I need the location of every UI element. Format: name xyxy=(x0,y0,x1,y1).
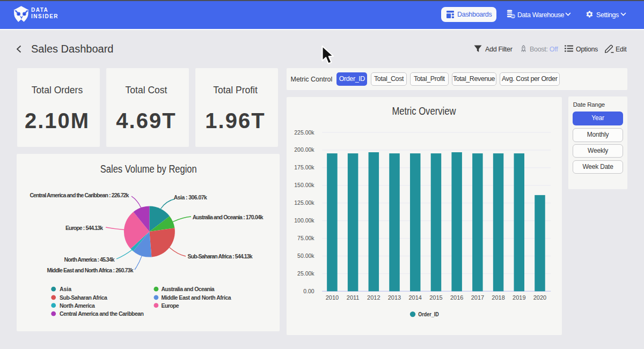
svg-text:75.00k: 75.00k xyxy=(297,235,314,241)
svg-text:225.00k: 225.00k xyxy=(295,129,315,136)
svg-text:Sales Volume by Region: Sales Volume by Region xyxy=(100,163,197,175)
svg-text:175.00k: 175.00k xyxy=(295,164,315,170)
svg-text:2016: 2016 xyxy=(450,294,463,301)
svg-text:2019: 2019 xyxy=(513,294,525,301)
svg-text:North America : 45.34k: North America : 45.34k xyxy=(64,257,115,263)
svg-text:25.00k: 25.00k xyxy=(297,270,314,277)
svg-text:Middle East and North Africa: Middle East and North Africa xyxy=(162,294,231,301)
svg-text:100.00k: 100.00k xyxy=(295,217,315,224)
svg-text:Central America and the Caribb: Central America and the Caribbean xyxy=(60,310,144,317)
svg-text:Australia and Oceania: Australia and Oceania xyxy=(162,286,215,292)
svg-text:2011: 2011 xyxy=(347,294,360,301)
svg-text:2012: 2012 xyxy=(367,294,380,301)
svg-text:2014: 2014 xyxy=(409,294,422,301)
svg-text:Sub-Saharan Africa : 544.13k: Sub-Saharan Africa : 544.13k xyxy=(188,254,253,260)
svg-text:Asia: Asia xyxy=(60,286,71,292)
svg-text:2017: 2017 xyxy=(471,294,484,301)
svg-text:2013: 2013 xyxy=(388,294,401,301)
svg-text:150.00k: 150.00k xyxy=(295,182,315,188)
svg-text:Asia : 306.07k: Asia : 306.07k xyxy=(174,194,207,201)
svg-text:Order_ID: Order_ID xyxy=(418,311,439,317)
svg-text:200.00k: 200.00k xyxy=(295,146,315,153)
svg-text:Sub-Saharan Africa: Sub-Saharan Africa xyxy=(60,294,107,301)
svg-text:Metric Overview: Metric Overview xyxy=(392,105,456,117)
svg-text:Middle East and North Africa :: Middle East and North Africa : 260.73k xyxy=(47,267,134,273)
svg-text:Australia and Oceania : 170.04: Australia and Oceania : 170.04k xyxy=(193,214,264,220)
svg-text:50.00k: 50.00k xyxy=(297,253,314,259)
svg-text:Europe : 544.13k: Europe : 544.13k xyxy=(65,225,103,231)
svg-text:125.00k: 125.00k xyxy=(295,199,315,206)
svg-text:Central America and the Caribb: Central America and the Caribbean : 226.… xyxy=(30,192,129,198)
svg-text:Europe: Europe xyxy=(162,302,179,309)
svg-text:2010: 2010 xyxy=(326,294,339,301)
svg-text:North America: North America xyxy=(60,302,95,309)
svg-text:0.00: 0.00 xyxy=(303,288,314,294)
svg-text:2020: 2020 xyxy=(533,294,546,301)
svg-text:2015: 2015 xyxy=(430,294,443,301)
svg-text:2018: 2018 xyxy=(492,294,505,301)
